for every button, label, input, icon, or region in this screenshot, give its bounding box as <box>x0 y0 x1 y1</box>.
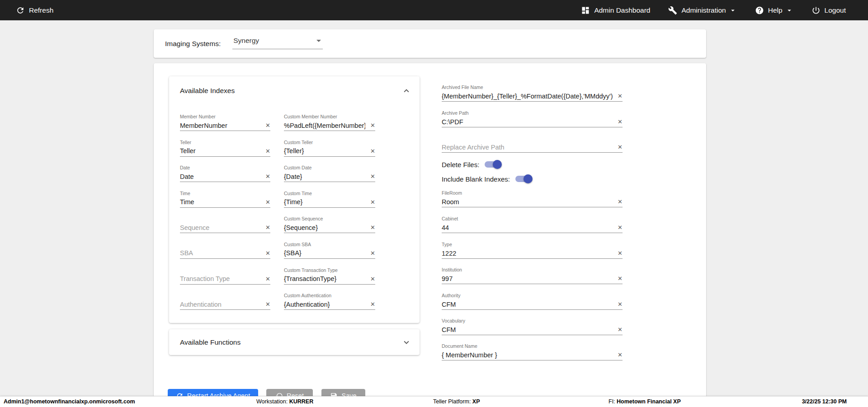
field-time[interactable]: Time Time ✕ <box>180 191 270 216</box>
field-teller[interactable]: Teller Teller ✕ <box>180 140 270 165</box>
field-vocabulary[interactable]: Vocabulary CFM ✕ <box>442 318 623 335</box>
field-value[interactable]: C:\PDF <box>442 118 463 126</box>
admin-dashboard-button[interactable]: Admin Dashboard <box>581 6 650 15</box>
field-value[interactable]: {MemberNumber}_{Teller}_%FormatDate({Dat… <box>442 93 613 100</box>
clear-icon[interactable]: ✕ <box>264 199 270 205</box>
field-authentication[interactable]: Authentication ✕ <box>180 293 270 318</box>
field-value[interactable]: MemberNumber <box>180 122 227 129</box>
field-label: Cabinet <box>442 216 623 222</box>
field-value[interactable]: {Authentication} <box>284 301 330 308</box>
logout-button[interactable]: Logout <box>811 6 846 15</box>
field-value[interactable]: Room <box>442 198 459 206</box>
field-placeholder[interactable]: Transaction Type <box>180 275 230 282</box>
archive-settings-card: Available Indexes Member Number MemberNu… <box>154 63 706 407</box>
clear-icon[interactable]: ✕ <box>368 276 375 282</box>
include-blank-indexes-toggle[interactable] <box>515 174 532 183</box>
field-value[interactable]: {Time} <box>284 198 302 206</box>
field-archive-path[interactable]: Archive Path C:\PDF ✕ <box>442 110 623 127</box>
clear-icon[interactable]: ✕ <box>616 225 623 230</box>
field-label: Authority <box>442 293 623 299</box>
field-custom-date[interactable]: Custom Date {Date} ✕ <box>284 165 375 191</box>
help-menu[interactable]: Help <box>755 6 793 15</box>
clear-icon[interactable]: ✕ <box>264 148 270 154</box>
field-custom-transaction-type[interactable]: Custom Transaction Type {TransactionType… <box>284 267 375 293</box>
field-sequence[interactable]: Sequence ✕ <box>180 216 270 242</box>
clear-icon[interactable]: ✕ <box>368 225 375 230</box>
available-functions-header[interactable]: Available Functions <box>180 329 411 355</box>
field-value[interactable]: Date <box>180 173 194 180</box>
field-replace-archive-path[interactable]: Replace Archive Path ✕ <box>442 136 623 153</box>
field-authority[interactable]: Authority CFM ✕ <box>442 293 623 310</box>
field-document-name[interactable]: Document Name { MemberNumber } ✕ <box>442 343 623 360</box>
administration-menu[interactable]: Administration <box>668 6 736 15</box>
field-value[interactable]: { MemberNumber } <box>442 351 497 359</box>
field-value[interactable]: Teller <box>180 147 196 154</box>
field-sba[interactable]: SBA ✕ <box>180 242 270 267</box>
clear-icon[interactable]: ✕ <box>616 93 623 99</box>
clear-icon[interactable]: ✕ <box>616 144 623 150</box>
clear-icon[interactable]: ✕ <box>264 122 270 128</box>
clear-icon[interactable]: ✕ <box>264 301 270 307</box>
field-label: Custom Member Number <box>284 114 375 120</box>
clear-icon[interactable]: ✕ <box>616 250 623 256</box>
field-archived-file-name[interactable]: Archived File Name {MemberNumber}_{Telle… <box>442 84 623 102</box>
field-value[interactable]: {TransactionType} <box>284 275 336 282</box>
clear-icon[interactable]: ✕ <box>616 301 623 307</box>
clear-icon[interactable]: ✕ <box>616 199 623 205</box>
field-fileroom[interactable]: FileRoom Room ✕ <box>442 190 623 207</box>
field-value[interactable]: %PadLeft({MemberNumber}, <box>284 122 365 129</box>
field-value[interactable]: {Sequence} <box>284 224 318 231</box>
field-value[interactable]: 1222 <box>442 250 456 257</box>
imaging-systems-select[interactable]: Synergy <box>232 35 323 49</box>
help-label: Help <box>768 6 783 14</box>
field-custom-time[interactable]: Custom Time {Time} ✕ <box>284 191 375 216</box>
clear-icon[interactable]: ✕ <box>616 276 623 281</box>
field-placeholder[interactable]: Authentication <box>180 301 222 308</box>
refresh-label: Refresh <box>29 6 53 14</box>
clear-icon[interactable]: ✕ <box>264 276 270 282</box>
available-indexes-header[interactable]: Available Indexes <box>180 76 411 105</box>
clear-icon[interactable]: ✕ <box>616 327 623 332</box>
field-custom-member-number[interactable]: Custom Member Number %PadLeft({MemberNum… <box>284 114 375 140</box>
clear-icon[interactable]: ✕ <box>368 250 375 256</box>
clear-icon[interactable]: ✕ <box>616 119 623 125</box>
field-date[interactable]: Date Date ✕ <box>180 165 270 191</box>
field-custom-teller[interactable]: Custom Teller {Teller} ✕ <box>284 140 375 165</box>
clear-icon[interactable]: ✕ <box>264 250 270 256</box>
clear-icon[interactable]: ✕ <box>616 352 623 358</box>
field-placeholder[interactable]: SBA <box>180 249 193 257</box>
clear-icon[interactable]: ✕ <box>368 199 375 205</box>
chevron-down-icon <box>729 6 737 14</box>
field-transaction-type[interactable]: Transaction Type ✕ <box>180 267 270 293</box>
delete-files-toggle[interactable] <box>485 160 501 169</box>
field-custom-authentication[interactable]: Custom Authentication {Authentication} ✕ <box>284 293 375 318</box>
field-custom-sequence[interactable]: Custom Sequence {Sequence} ✕ <box>284 216 375 242</box>
delete-files-row: Delete Files: <box>442 159 501 170</box>
field-placeholder[interactable]: Replace Archive Path <box>442 144 505 151</box>
clear-icon[interactable]: ✕ <box>368 148 375 154</box>
field-value[interactable]: {Teller} <box>284 147 304 154</box>
field-member-number[interactable]: Member Number MemberNumber ✕ <box>180 114 270 140</box>
refresh-button[interactable]: Refresh <box>16 6 53 15</box>
field-type[interactable]: Type 1222 ✕ <box>442 242 623 259</box>
field-value[interactable]: Time <box>180 198 194 206</box>
statusbar-datetime: 3/22/25 12:30 PM <box>802 397 847 407</box>
clear-icon[interactable]: ✕ <box>368 301 375 307</box>
field-value[interactable]: {Date} <box>284 173 302 180</box>
field-custom-sba[interactable]: Custom SBA {SBA} ✕ <box>284 242 375 267</box>
field-label: Time <box>180 191 270 196</box>
field-value[interactable]: CFM <box>442 301 456 308</box>
field-value[interactable]: {SBA} <box>284 249 302 257</box>
field-label: Custom Date <box>284 165 375 171</box>
clear-icon[interactable]: ✕ <box>264 173 270 179</box>
field-cabinet[interactable]: Cabinet 44 ✕ <box>442 216 623 233</box>
field-value[interactable]: CFM <box>442 326 456 333</box>
field-label: Archive Path <box>442 110 623 116</box>
clear-icon[interactable]: ✕ <box>368 122 375 128</box>
field-institution[interactable]: Institution 997 ✕ <box>442 267 623 284</box>
field-value[interactable]: 997 <box>442 275 453 282</box>
clear-icon[interactable]: ✕ <box>368 173 375 179</box>
clear-icon[interactable]: ✕ <box>264 225 270 230</box>
field-value[interactable]: 44 <box>442 224 449 231</box>
field-placeholder[interactable]: Sequence <box>180 224 209 231</box>
